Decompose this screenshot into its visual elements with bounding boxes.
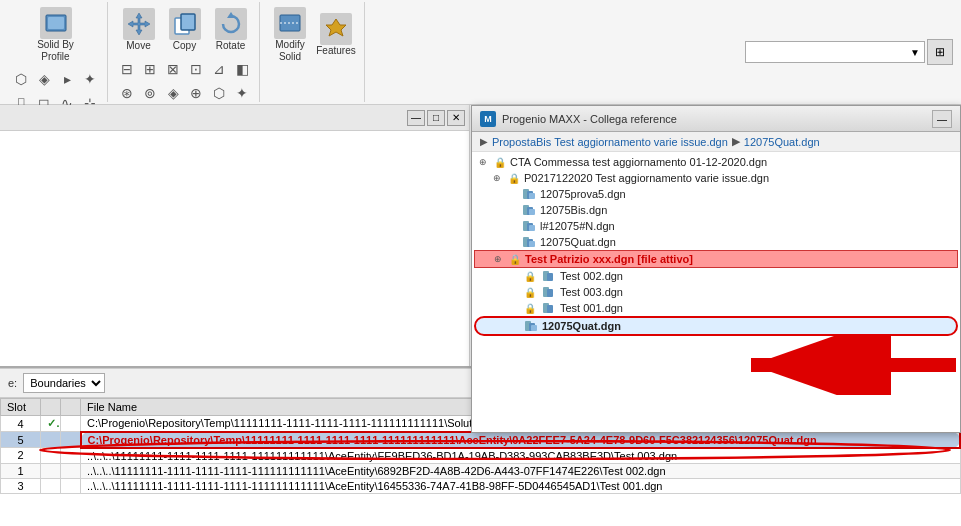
modify-solid-label: Modify Solid: [271, 39, 309, 63]
tree-label-t002: Test 002.dgn: [560, 270, 623, 282]
solid-by-profile-label: Solid By Profile: [37, 39, 75, 63]
tree-expand-t002: [506, 269, 520, 283]
rotate-button[interactable]: Rotate: [209, 4, 253, 56]
copy-button[interactable]: Copy: [163, 4, 207, 56]
toolbar-placement-row1: Solid By Profile: [34, 4, 78, 66]
lock-icon-t002: 🔒: [522, 269, 538, 283]
cell-flag-4: ✓: [41, 416, 61, 432]
manip-sm-1[interactable]: ⊟: [116, 58, 138, 80]
solid-by-profile-button[interactable]: Solid By Profile: [34, 4, 78, 66]
cell-slot-4: 4: [1, 416, 41, 432]
manip-sm-7[interactable]: ⊛: [116, 82, 138, 104]
viewport-minimize[interactable]: —: [407, 110, 425, 126]
tree-label-f3: l#12075#N.dgn: [540, 220, 615, 232]
toolbar-dropdown[interactable]: ▼: [745, 41, 925, 63]
manip-sm-8[interactable]: ⊚: [139, 82, 161, 104]
manip-sm-6[interactable]: ◧: [231, 58, 253, 80]
manip-sm-9[interactable]: ◈: [162, 82, 184, 104]
tree-item-f4[interactable]: 12075Quat.dgn: [474, 234, 958, 250]
viewport-content: [0, 131, 469, 366]
small-btn-row1: ⬡ ◈ ▸ ✦: [10, 68, 101, 90]
tree-item-t003[interactable]: 🔒 Test 003.dgn: [474, 284, 958, 300]
manip-sm-2[interactable]: ⊞: [139, 58, 161, 80]
breadcrumb-item-1[interactable]: PropostaBis Test aggiornamento varie iss…: [492, 136, 728, 148]
cell-flag-5: [41, 432, 61, 448]
table-row[interactable]: 1 ..\..\..\11111111-1111-1111-1111-11111…: [1, 463, 961, 478]
svg-rect-4: [181, 14, 195, 30]
boundaries-select[interactable]: Boundaries: [23, 373, 105, 393]
cell-flag-3: [41, 478, 61, 493]
manipulate-row1: Move Copy: [117, 4, 253, 56]
tree-label-cta: CTA Commessa test aggiornamento 01-12-20…: [510, 156, 767, 168]
features-icon: [320, 13, 352, 45]
tree-expand-cta[interactable]: ⊕: [476, 155, 490, 169]
left-viewport-panel: — □ ✕: [0, 105, 470, 366]
svg-rect-1: [48, 17, 64, 29]
rotate-label: Rotate: [216, 40, 245, 52]
tree-label-p02: P0217122020 Test aggiornamento varie iss…: [524, 172, 769, 184]
manipulate-row2: ⊟ ⊞ ⊠ ⊡ ⊿ ◧: [116, 58, 253, 80]
toolbar-icon-btn[interactable]: ⊞: [927, 39, 953, 65]
file-icon-t002: [542, 269, 558, 283]
cell-slot-1: 1: [1, 463, 41, 478]
table-row[interactable]: 3 ..\..\..\11111111-1111-1111-1111-11111…: [1, 478, 961, 493]
dialog-minimize-button[interactable]: —: [932, 110, 952, 128]
breadcrumb-arrow: ▶: [732, 135, 740, 148]
tree-item-t002[interactable]: 🔒 Test 002.dgn: [474, 268, 958, 284]
breadcrumb-item-2[interactable]: 12075Quat.dgn: [744, 136, 820, 148]
modify-solid-icon: [274, 7, 306, 39]
features-button[interactable]: Features: [314, 9, 358, 61]
col-header-slot[interactable]: Slot: [1, 399, 41, 416]
tree-item-cta[interactable]: ⊕ 🔒 CTA Commessa test aggiornamento 01-1…: [474, 154, 958, 170]
svg-rect-22: [547, 273, 553, 281]
col-header-flag[interactable]: [41, 399, 61, 416]
cell-flag-1: [41, 463, 61, 478]
cell-folder-3: [61, 478, 81, 493]
svg-marker-8: [326, 19, 346, 36]
tree-expand-p02[interactable]: ⊕: [490, 171, 504, 185]
viewport-header: — □ ✕: [0, 105, 469, 131]
svg-marker-5: [227, 12, 235, 18]
small-btn-1[interactable]: ⬡: [10, 68, 32, 90]
viewport-restore[interactable]: □: [427, 110, 445, 126]
tree-item-t001[interactable]: 🔒 Test 001.dgn: [474, 300, 958, 316]
manip-sm-10[interactable]: ⊕: [185, 82, 207, 104]
cell-filename-1: ..\..\..\11111111-1111-1111-1111-1111111…: [81, 463, 961, 478]
tree-label-f2: 12075Bis.dgn: [540, 204, 607, 216]
manip-sm-4[interactable]: ⊡: [185, 58, 207, 80]
lock-icon-t003: 🔒: [522, 285, 538, 299]
small-btn-3[interactable]: ▸: [56, 68, 78, 90]
tree-item-f2[interactable]: 12075Bis.dgn: [474, 202, 958, 218]
tree-item-p02[interactable]: ⊕ 🔒 P0217122020 Test aggiornamento varie…: [474, 170, 958, 186]
file-icon-f3: [522, 219, 538, 233]
toolbar-right: ▼ ⊞: [745, 2, 957, 102]
tree-label-patrizio: Test Patrizio xxx.dgn [file attivo]: [525, 253, 693, 265]
small-btn-2[interactable]: ◈: [33, 68, 55, 90]
boundaries-label: e:: [8, 377, 17, 389]
solid-by-profile-icon: [40, 7, 72, 39]
small-btn-4[interactable]: ✦: [79, 68, 101, 90]
move-button[interactable]: Move: [117, 4, 161, 56]
tree-item-f3[interactable]: l#12075#N.dgn: [474, 218, 958, 234]
tree-item-f1[interactable]: 12075prova5.dgn: [474, 186, 958, 202]
table-row-highlighted[interactable]: 5 C:\Progenio\Repository\Temp\11111111-1…: [1, 432, 961, 448]
file-icon-t003: [542, 285, 558, 299]
file-icon-highlighted: [524, 319, 540, 333]
viewport-close[interactable]: ✕: [447, 110, 465, 126]
manip-sm-5[interactable]: ⊿: [208, 58, 230, 80]
tree-label-f1: 12075prova5.dgn: [540, 188, 626, 200]
col-header-folder[interactable]: [61, 399, 81, 416]
table-row[interactable]: 2 ..\..\..\11111111-1111-1111-1111-11111…: [1, 448, 961, 464]
manip-sm-12[interactable]: ✦: [231, 82, 253, 104]
cell-folder-5: [61, 432, 81, 448]
cell-slot-2: 2: [1, 448, 41, 464]
cell-folder-1: [61, 463, 81, 478]
tree-item-highlighted[interactable]: 12075Quat.dgn: [474, 316, 958, 336]
manip-sm-3[interactable]: ⊠: [162, 58, 184, 80]
lock-icon-t001: 🔒: [522, 301, 538, 315]
manip-sm-11[interactable]: ⬡: [208, 82, 230, 104]
modify-solid-button[interactable]: Modify Solid: [268, 4, 312, 66]
tree-expand-f4: [506, 235, 520, 249]
tree-expand-patrizio[interactable]: ⊕: [491, 252, 505, 266]
tree-item-test-patrizio[interactable]: ⊕ 🔒 Test Patrizio xxx.dgn [file attivo]: [474, 250, 958, 268]
